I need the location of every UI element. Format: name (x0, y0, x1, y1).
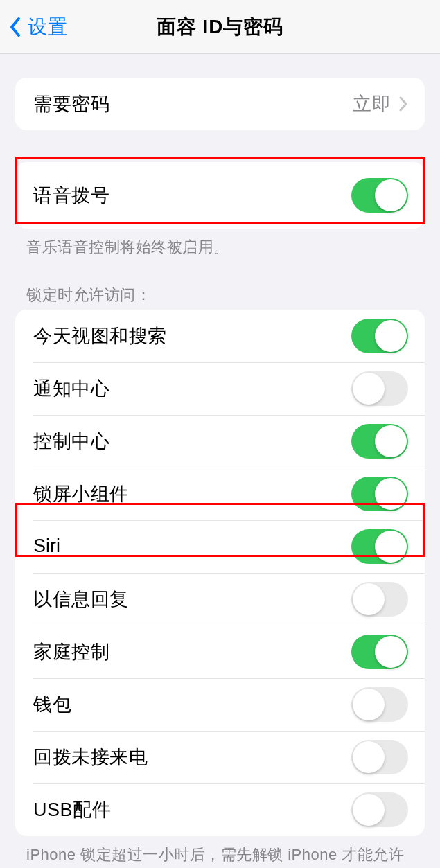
row-lock-access-item: 锁屏小组件 (15, 468, 425, 520)
section-lock-access: 今天视图和搜索通知中心控制中心锁屏小组件Siri以信息回复家庭控制钱包回拨未接来… (15, 310, 425, 836)
row-label: 家庭控制 (33, 639, 109, 664)
toggle-switch[interactable] (351, 740, 408, 774)
row-label: 钱包 (33, 692, 71, 717)
row-value: 立即 (353, 91, 391, 116)
toggle-knob (353, 689, 385, 720)
row-lock-access-item: 控制中心 (15, 415, 425, 468)
content: 需要密码 立即 语音拨号 音乐语音控制将始终被启用。 锁定时允许访问： 今天视图… (0, 78, 440, 868)
row-voice-dial: 语音拨号 (15, 162, 425, 229)
row-label: 回拨未接来电 (33, 745, 148, 770)
toggle-knob (375, 179, 407, 211)
toggle-knob (375, 636, 407, 668)
toggle-switch[interactable] (351, 582, 408, 617)
row-lock-access-item: USB配件 (15, 783, 425, 836)
row-label: 需要密码 (33, 91, 109, 116)
toggle-switch[interactable] (351, 319, 408, 353)
section-voice-dial: 语音拨号 (15, 162, 425, 229)
group-header: 锁定时允许访问： (26, 285, 414, 305)
toggle-knob (353, 583, 385, 615)
chevron-right-icon (398, 96, 408, 112)
page-title: 面容 ID与密码 (157, 14, 284, 40)
toggle-knob (375, 531, 407, 563)
row-lock-access-item: 通知中心 (15, 362, 425, 415)
row-label: 通知中心 (33, 376, 109, 401)
row-label: Siri (33, 535, 60, 557)
row-label: USB配件 (33, 797, 111, 822)
toggle-switch[interactable] (351, 371, 408, 406)
row-lock-access-item: 钱包 (15, 678, 425, 731)
toggle-knob (353, 373, 385, 405)
toggle-switch[interactable] (351, 635, 408, 669)
row-require-passcode[interactable]: 需要密码 立即 (15, 78, 425, 130)
back-button[interactable]: 设置 (0, 14, 68, 40)
row-right: 立即 (353, 91, 408, 116)
row-lock-access-item: 回拨未接来电 (15, 731, 425, 783)
row-label: 控制中心 (33, 429, 109, 454)
toggle-knob (375, 320, 407, 352)
toggle-switch[interactable] (351, 424, 408, 459)
toggle-switch[interactable] (351, 529, 408, 564)
row-lock-access-item: 家庭控制 (15, 626, 425, 678)
chevron-left-icon (7, 15, 24, 39)
section-footer: iPhone 锁定超过一小时后，需先解锁 iPhone 才能允许USB 配件连接… (26, 844, 414, 868)
toggle-knob (353, 794, 385, 826)
toggle-knob (353, 741, 385, 773)
toggle-switch[interactable] (351, 477, 408, 511)
header-bar: 设置 面容 ID与密码 (0, 0, 440, 54)
toggle-voice-dial[interactable] (351, 178, 408, 213)
row-label: 锁屏小组件 (33, 481, 129, 506)
row-lock-access-item: 以信息回复 (15, 573, 425, 626)
section-require-passcode: 需要密码 立即 (15, 78, 425, 130)
toggle-knob (375, 478, 407, 510)
row-label: 今天视图和搜索 (33, 324, 167, 348)
toggle-knob (375, 425, 407, 457)
toggle-switch[interactable] (351, 792, 408, 827)
back-label: 设置 (28, 14, 68, 40)
row-label: 以信息回复 (33, 587, 129, 612)
row-lock-access-item: Siri (15, 520, 425, 573)
row-label: 语音拨号 (33, 183, 109, 208)
row-lock-access-item: 今天视图和搜索 (15, 310, 425, 362)
toggle-switch[interactable] (351, 687, 408, 722)
section-footer: 音乐语音控制将始终被启用。 (26, 237, 414, 258)
